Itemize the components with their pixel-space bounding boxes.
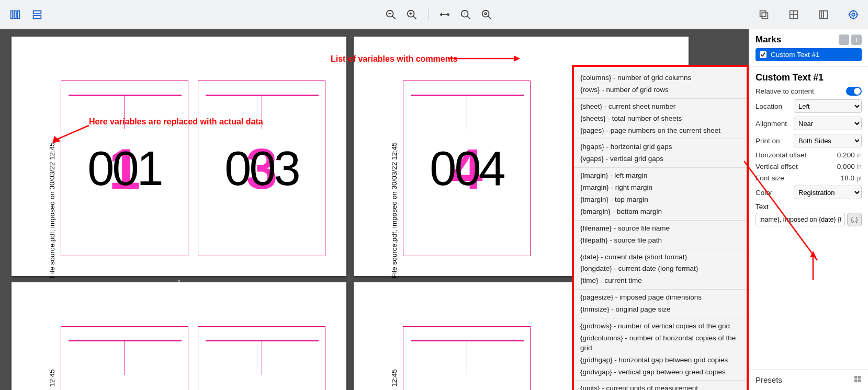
svg-line-9 — [413, 16, 416, 19]
svg-rect-2 — [18, 10, 20, 18]
add-mark-button[interactable]: + — [851, 35, 862, 45]
variable-row[interactable]: {gridcolumns} - number of horizontal cop… — [580, 332, 740, 354]
alignment-select[interactable]: Near — [794, 117, 862, 130]
variable-row[interactable]: {pagesize} - imposed page dimensions — [580, 292, 740, 304]
variable-row[interactable]: {longdate} - current date (long format) — [580, 263, 740, 275]
presets-row[interactable]: Presets — [749, 370, 868, 390]
copies-icon[interactable] — [755, 6, 773, 24]
svg-rect-3 — [33, 10, 41, 14]
voff-unit: in — [857, 163, 862, 170]
svg-line-36 — [744, 161, 817, 260]
variable-row[interactable]: {time} - current time — [580, 275, 740, 287]
svg-rect-42 — [858, 380, 861, 382]
relative-label: Relative to content — [756, 87, 814, 95]
side-text: 12:45 — [48, 369, 56, 387]
variable-row[interactable]: {hgaps} - horizontal grid gaps — [580, 141, 740, 153]
hoff-unit: in — [857, 152, 862, 159]
variable-row[interactable]: {date} - current date (short format) — [580, 251, 740, 263]
svg-point-30 — [849, 10, 857, 18]
variable-row[interactable]: {rmargin} - right margin — [580, 182, 740, 194]
variable-row[interactable]: {filename} - source file name — [580, 223, 740, 235]
variable-row[interactable]: {lmargin} - left margin — [580, 170, 740, 182]
svg-point-16 — [482, 10, 489, 17]
canvas-area[interactable]: File source.pdf, imposed on 30/03/22 12:… — [0, 29, 749, 390]
imposed-page: 1 001 — [61, 81, 188, 256]
location-label: Location — [756, 102, 782, 110]
zoom-selection-icon[interactable] — [478, 6, 495, 24]
printon-select[interactable]: Both Sides — [794, 134, 862, 147]
mark-checkbox[interactable] — [760, 51, 766, 58]
arrow-icon — [806, 250, 821, 281]
page-number: 001 — [87, 141, 162, 196]
zoom-in-icon[interactable] — [403, 6, 421, 24]
svg-rect-29 — [821, 10, 824, 18]
imposed-page: 4 004 — [403, 81, 531, 256]
imposed-page — [403, 326, 531, 390]
page-number: 004 — [430, 141, 504, 196]
sidebar: Marks − + Custom Text #1 Custom Text #1 … — [749, 29, 868, 390]
svg-rect-4 — [33, 15, 41, 18]
svg-point-18 — [484, 13, 487, 15]
arrow-icon — [448, 53, 521, 64]
alignment-label: Alignment — [756, 120, 787, 128]
svg-text:1: 1 — [464, 12, 466, 15]
marks-icon[interactable] — [844, 6, 862, 24]
variable-row[interactable]: {tmargin} - top margin — [580, 194, 740, 206]
marks-title: Marks — [756, 35, 781, 45]
svg-rect-23 — [762, 13, 768, 18]
variables-popup[interactable]: {columns} - number of grid columns{rows}… — [572, 65, 749, 390]
fit-width-icon[interactable] — [436, 6, 454, 24]
variable-row[interactable]: {bmargin} - bottom margin — [580, 206, 740, 218]
variable-row[interactable]: {gridvgap} - vertical gap between greed … — [580, 366, 740, 378]
variable-row[interactable]: {gridrows} - number of vertical copies o… — [580, 320, 740, 332]
svg-line-6 — [392, 16, 396, 19]
variable-row[interactable]: {vgaps} - vertical grid gaps — [580, 153, 740, 165]
svg-rect-0 — [11, 10, 13, 18]
svg-line-17 — [488, 16, 491, 19]
variable-row[interactable]: {pages} - page numbers on the current sh… — [580, 125, 740, 137]
margins-icon[interactable] — [815, 6, 832, 24]
imposed-page: 3 003 — [198, 81, 325, 256]
variable-row[interactable]: {sheet} - current sheet number — [580, 101, 740, 113]
hoff-value[interactable]: 0.200 — [837, 151, 855, 159]
remove-mark-button[interactable]: − — [839, 35, 849, 45]
svg-rect-24 — [760, 10, 766, 16]
variable-row[interactable]: {sheets} - total number of sheets — [580, 113, 740, 125]
svg-rect-39 — [854, 376, 857, 378]
variables-button[interactable]: {..} — [847, 213, 862, 226]
svg-line-21 — [58, 125, 89, 139]
svg-marker-20 — [514, 55, 520, 62]
relative-toggle[interactable] — [846, 87, 862, 96]
divider — [428, 9, 429, 20]
svg-line-14 — [467, 16, 470, 19]
svg-rect-41 — [854, 380, 857, 382]
grid-icon[interactable] — [785, 6, 803, 24]
variable-row[interactable]: {rows} - number of grid rows — [580, 84, 740, 96]
zoom-actual-icon[interactable]: 1 — [457, 6, 475, 24]
variable-row[interactable]: {filepath} - source file path — [580, 235, 740, 247]
svg-point-31 — [852, 13, 855, 16]
side-text: File source.pdf, imposed on 30/03/22 12:… — [48, 142, 56, 278]
fontsize-value[interactable]: 18.0 — [841, 174, 854, 182]
variable-row[interactable]: {trimsize} - original page size — [580, 304, 740, 316]
sheet: File source.pdf, imposed on 30/03/22 12:… — [12, 37, 346, 276]
variable-row[interactable]: {gridhgap} - horizontal gap between grid… — [580, 354, 740, 366]
sheet: 12:45 — [12, 282, 346, 390]
svg-marker-38 — [810, 251, 816, 257]
voff-value[interactable]: 0.000 — [837, 163, 855, 170]
section-title: Custom Text #1 — [756, 72, 862, 83]
variable-row[interactable]: {units} - current units of measurement — [580, 383, 740, 390]
printon-label: Print on — [756, 137, 780, 145]
zoom-out-icon[interactable] — [382, 6, 400, 24]
variable-row[interactable]: {columns} - number of grid columns — [580, 72, 740, 84]
layout-icon[interactable] — [28, 6, 46, 24]
imposed-page — [198, 326, 325, 390]
columns-icon[interactable] — [6, 6, 24, 24]
svg-marker-22 — [52, 136, 61, 143]
side-text: 12:45 — [390, 369, 398, 387]
location-select[interactable]: Left — [794, 99, 862, 113]
presets-grid-icon[interactable] — [853, 375, 862, 385]
mark-item[interactable]: Custom Text #1 — [756, 48, 862, 61]
imposed-page — [61, 326, 188, 390]
svg-rect-1 — [14, 10, 16, 18]
